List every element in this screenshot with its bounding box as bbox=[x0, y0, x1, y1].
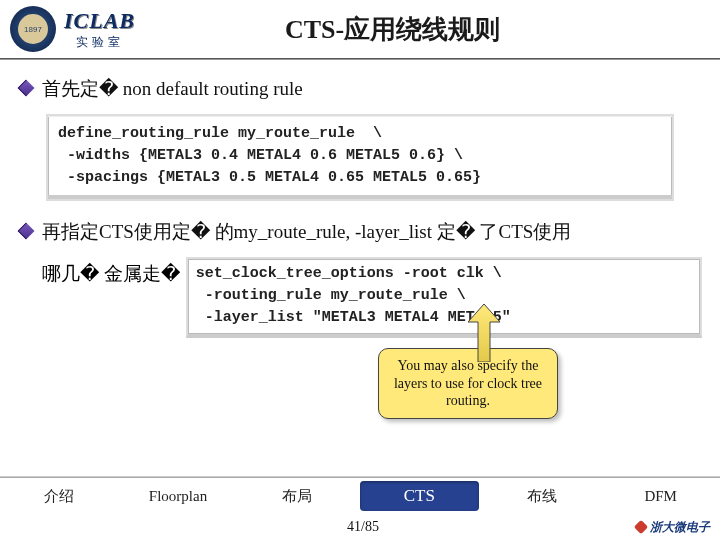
svg-marker-0 bbox=[468, 304, 500, 362]
footer-brand-text: 浙大微电子 bbox=[650, 519, 710, 536]
callout-wrap: You may also specify the layers to use f… bbox=[378, 348, 558, 419]
university-logo: 1897 bbox=[10, 6, 56, 52]
lab-logo: ICLAB 实验室 bbox=[64, 8, 135, 51]
lab-subtitle: 实验室 bbox=[76, 34, 124, 51]
bullet-1-text: 首先定� non default routing rule bbox=[42, 74, 303, 104]
tab-floorplan[interactable]: Floorplan bbox=[119, 478, 238, 514]
diamond-bullet-icon bbox=[18, 222, 35, 239]
callout-arrow-icon bbox=[464, 304, 504, 362]
bullet-2-text: 再指定CTS使用定� 的my_route_rule, -layer_list 定… bbox=[42, 217, 571, 247]
lab-name: ICLAB bbox=[64, 8, 135, 34]
bullet-2-line1: 再指定CTS使用定� 的my_route_rule, -layer_list 定… bbox=[42, 221, 571, 242]
code-block-1-text: define_routing_rule my_route_rule \ -wid… bbox=[48, 116, 672, 198]
code-block-2: set_clock_tree_options -root clk \ -rout… bbox=[186, 257, 702, 338]
bullet-2-row: 哪几� 金属走� set_clock_tree_options -root cl… bbox=[18, 257, 702, 338]
tab-cts[interactable]: CTS bbox=[360, 481, 479, 511]
tab-dfm[interactable]: DFM bbox=[601, 478, 720, 514]
slide-header: 1897 ICLAB 实验室 CTS-应用绕线规则 bbox=[0, 0, 720, 58]
bullet-2: 再指定CTS使用定� 的my_route_rule, -layer_list 定… bbox=[18, 217, 702, 247]
tab-route[interactable]: 布线 bbox=[483, 478, 602, 514]
tab-placement[interactable]: 布局 bbox=[237, 478, 356, 514]
page-number: 41/85 bbox=[347, 519, 379, 535]
slide-title: CTS-应用绕线规则 bbox=[145, 12, 710, 47]
slide-footer: 41/85 浙大微电子 bbox=[0, 514, 720, 540]
bullet-1: 首先定� non default routing rule bbox=[18, 74, 702, 104]
bullet-2-line2: 哪几� 金属走� bbox=[18, 257, 180, 287]
tab-bar: 介绍 Floorplan 布局 CTS 布线 DFM bbox=[0, 478, 720, 514]
code-block-1: define_routing_rule my_route_rule \ -wid… bbox=[46, 114, 674, 200]
diamond-bullet-icon bbox=[18, 80, 35, 97]
slide-content: 首先定� non default routing rule define_rou… bbox=[0, 60, 720, 338]
footer-brand: 浙大微电子 bbox=[636, 519, 710, 536]
tab-intro[interactable]: 介绍 bbox=[0, 478, 119, 514]
university-logo-inner: 1897 bbox=[18, 14, 48, 44]
slide-bottom: 介绍 Floorplan 布局 CTS 布线 DFM 41/85 浙大微电子 bbox=[0, 476, 720, 540]
brand-dot-icon bbox=[634, 520, 648, 534]
